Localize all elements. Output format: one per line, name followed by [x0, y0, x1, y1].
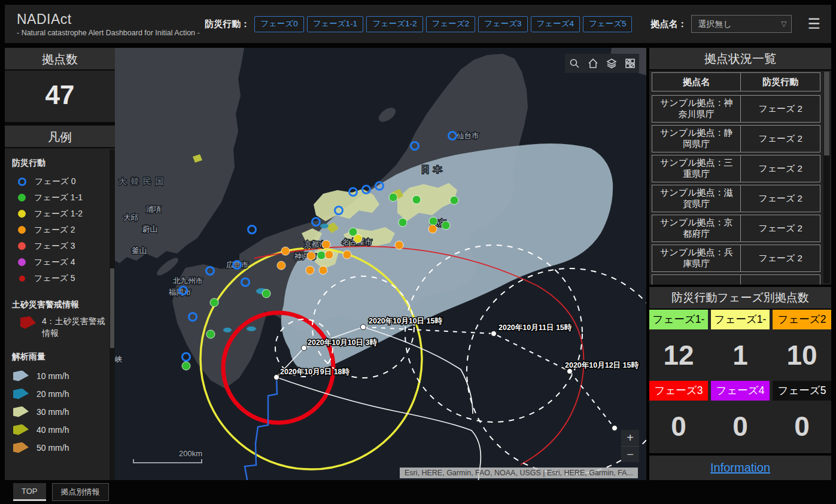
- map-toolbar: [565, 54, 639, 73]
- map-layers-button[interactable]: [602, 54, 621, 73]
- site-select-label: 拠点名：: [650, 19, 686, 30]
- site-marker-phase2[interactable]: [277, 261, 285, 270]
- typhoon-date-label: 2020年10月10日 3時: [308, 338, 378, 347]
- site-marker-phase11[interactable]: [182, 362, 190, 370]
- tab-top[interactable]: TOP: [13, 483, 46, 501]
- site-count-value: 47: [5, 71, 115, 122]
- phase-filter-button-1-2[interactable]: フェーズ1-2: [366, 16, 422, 32]
- legend-label: 50 mm/h: [37, 443, 69, 453]
- site-marker-phase11[interactable]: [399, 218, 407, 227]
- scrollbar-thumb[interactable]: [110, 268, 114, 348]
- phase-count-labels-row2: フェーズ3 フェーズ4 フェーズ5: [649, 381, 831, 401]
- map-attribution: Esri, HERE, Garmin, FAO, NOAA, USGS | Es…: [400, 468, 638, 478]
- zoom-in-button[interactable]: +: [621, 430, 639, 446]
- site-marker-phase2[interactable]: [307, 252, 315, 260]
- typhoon-forecast-point[interactable]: [302, 346, 307, 351]
- site-phase-cell: フェーズ 2: [741, 96, 820, 122]
- sidebar-scrollbar[interactable]: [110, 149, 115, 480]
- site-name-cell: サンプル拠点：滋賀県庁: [652, 185, 741, 212]
- tab-site-info[interactable]: 拠点別情報: [52, 483, 109, 501]
- site-marker-phase11[interactable]: [412, 196, 421, 204]
- phase-filter-button-2[interactable]: フェーズ2: [426, 16, 475, 32]
- site-marker-phase2[interactable]: [325, 251, 333, 259]
- site-marker-phase2[interactable]: [322, 240, 330, 249]
- legend-label: フェーズ 2: [34, 225, 75, 236]
- phase-count-values-row2: 0 0 0: [649, 401, 831, 452]
- site-marker-phase2[interactable]: [281, 247, 290, 255]
- legend-item-phase2: フェーズ 2: [5, 222, 115, 238]
- site-marker-phase11[interactable]: [429, 217, 437, 225]
- search-icon: [569, 58, 580, 69]
- site-marker-phase12[interactable]: [354, 234, 362, 243]
- map-search-button[interactable]: [565, 54, 583, 73]
- phase-filter-button-0[interactable]: フェーズ0: [254, 16, 303, 32]
- site-marker-phase2[interactable]: [343, 251, 351, 259]
- legend-item-landslide: 4：土砂災害警戒情報: [12, 315, 115, 340]
- phase-filter-button-3[interactable]: フェーズ3: [478, 16, 527, 32]
- typhoon-forecast-point[interactable]: [274, 375, 279, 380]
- phase0-marker-icon: [18, 178, 26, 186]
- site-marker-phase0[interactable]: [183, 353, 190, 361]
- site-marker-phase11[interactable]: [450, 196, 458, 204]
- basemap-icon: [625, 58, 636, 69]
- legend-label: フェーズ 0: [35, 176, 76, 187]
- rain-area-20mm: [320, 224, 329, 228]
- table-row[interactable]: サンプル拠点：三重県庁 フェーズ 2: [652, 155, 820, 182]
- typhoon-forecast-point[interactable]: [612, 426, 618, 431]
- site-marker-phase11[interactable]: [210, 298, 218, 307]
- table-row[interactable]: サンプル拠点：静岡県庁 フェーズ 2: [652, 125, 820, 152]
- sado-island: [376, 105, 399, 124]
- menu-icon[interactable]: ☰: [807, 17, 820, 31]
- site-marker-phase11[interactable]: [317, 251, 326, 259]
- legend-item-phase3: フェーズ 3: [5, 238, 115, 254]
- app-header: NADIAct - Natural catastrophe Alert Dash…: [5, 5, 831, 43]
- information-link[interactable]: Information: [710, 461, 770, 475]
- scrollbar-thumb[interactable]: [824, 72, 829, 155]
- legend-landslide-section-title: 土砂災害警戒情報: [12, 300, 115, 310]
- table-row[interactable]: サンプル拠点：京都府庁 フェーズ 2: [652, 215, 820, 242]
- site-marker-phase0[interactable]: [248, 226, 256, 234]
- legend-item-phase0: フェーズ 0: [5, 173, 115, 190]
- phase-count-value: 0: [773, 401, 831, 452]
- legend-item-rain30: 30 mm/h: [5, 403, 115, 421]
- map-view[interactable]: 大韓民国浦項大邱蔚山釜山峡日本仙台市東京名古屋市京都市神戸市広島市北九州市福岡市…: [115, 48, 646, 480]
- phase3-marker-icon: [18, 242, 26, 250]
- phase-count-value: 12: [649, 329, 708, 381]
- site-marker-phase2[interactable]: [395, 241, 403, 249]
- site-marker-phase11[interactable]: [206, 330, 215, 338]
- site-marker-phase11[interactable]: [389, 193, 397, 201]
- site-name-cell: サンプル拠点：神奈川県庁: [652, 96, 741, 122]
- site-count-title: 拠点数: [5, 48, 115, 71]
- typhoon-forecast-point[interactable]: [361, 325, 366, 330]
- phase-filter-button-1-1[interactable]: フェーズ1-1: [307, 16, 363, 32]
- layers-icon: [606, 58, 617, 69]
- zoom-out-button[interactable]: −: [621, 446, 639, 462]
- phase-count-value: 0: [649, 401, 708, 452]
- site-marker-phase11[interactable]: [262, 289, 270, 298]
- table-row[interactable]: サンプル拠点：滋賀県庁 フェーズ 2: [652, 185, 820, 212]
- table-scrollbar[interactable]: [823, 72, 830, 283]
- phase-filter-button-5[interactable]: フェーズ5: [583, 16, 632, 32]
- information-strip: Information: [649, 456, 831, 480]
- legend-item-phase5: フェーズ 5: [5, 270, 115, 286]
- app-title: NADIAct: [17, 11, 200, 28]
- map-basemap-button[interactable]: [621, 54, 639, 73]
- legend-label: フェーズ 1-2: [34, 209, 83, 219]
- map-home-button[interactable]: [583, 54, 602, 73]
- site-select-dropdown[interactable]: 選択無し ▽: [691, 15, 792, 33]
- map-label: 広島市: [226, 261, 249, 269]
- site-marker-phase2[interactable]: [306, 266, 314, 274]
- site-marker-phase2[interactable]: [428, 225, 437, 233]
- table-row[interactable]: サンプル拠点：兵庫県庁 フェーズ 2: [652, 245, 820, 272]
- typhoon-forecast-point[interactable]: [491, 331, 497, 337]
- phase-count-label: フェーズ2: [773, 310, 831, 329]
- site-phase-cell: フェーズ 2: [741, 155, 820, 182]
- site-marker-phase11[interactable]: [442, 221, 450, 230]
- phase-filter-button-4[interactable]: フェーズ4: [531, 16, 580, 32]
- site-name-cell: サンプル拠点：兵庫県庁: [652, 245, 741, 271]
- table-row[interactable]: [652, 274, 820, 285]
- map-label: 仙台市: [457, 132, 479, 140]
- site-marker-phase2[interactable]: [319, 266, 327, 274]
- table-row[interactable]: サンプル拠点：神奈川県庁 フェーズ 2: [652, 95, 820, 123]
- rain-area-20mm: [223, 328, 232, 332]
